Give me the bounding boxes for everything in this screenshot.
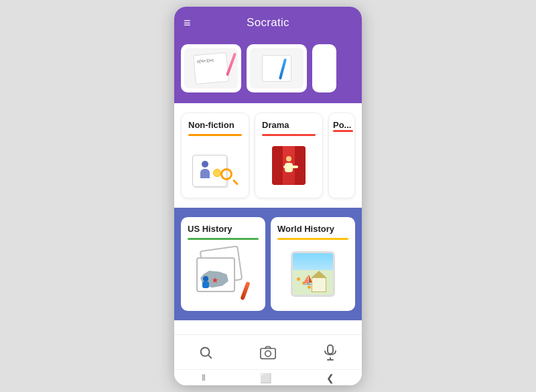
drama-book	[272, 146, 306, 185]
math-card-inner	[184, 48, 238, 88]
drama-curtain-left	[272, 146, 283, 185]
world-history-illustration: ⛵	[286, 248, 340, 300]
pen-icon	[240, 281, 250, 300]
nonfiction-title: Non-fiction	[188, 120, 242, 130]
us-history-card[interactable]: US History	[181, 217, 265, 311]
wh-boat-icon: ⛵	[302, 275, 314, 285]
app-title: Socratic	[247, 16, 289, 29]
writing-card-inner	[250, 48, 304, 88]
writing-card[interactable]	[247, 44, 307, 92]
us-history-underline	[188, 238, 259, 240]
writing-card-image	[247, 44, 307, 92]
system-bar: ⦀ ⬜ ❮	[174, 369, 362, 385]
doc-body	[200, 169, 210, 178]
world-history-title: World History	[277, 224, 348, 234]
world-history-image: ⛵	[277, 247, 348, 302]
doc-person	[198, 161, 212, 178]
search-nav-button[interactable]	[194, 340, 218, 365]
menu-icon[interactable]: ≡	[184, 16, 191, 30]
magnify-circle	[220, 168, 232, 180]
poetry-underline	[333, 130, 353, 132]
drama-title: Drama	[262, 120, 316, 130]
blue-fig-head	[203, 276, 208, 281]
magnify-handle	[232, 179, 239, 185]
blue-pencil-icon	[279, 58, 287, 80]
world-history-underline	[277, 238, 348, 240]
nonfiction-illustration	[192, 144, 238, 187]
math-card-image	[181, 44, 241, 92]
history-cards-row: US History	[181, 217, 355, 311]
drama-illustration	[268, 144, 310, 187]
history-section: US History	[174, 208, 362, 320]
drama-head	[286, 156, 291, 161]
wh-dot-1	[297, 277, 300, 281]
world-history-card[interactable]: World History	[271, 217, 355, 311]
us-history-illustration	[196, 248, 250, 300]
blue-fig-body	[202, 281, 209, 288]
svg-rect-2	[261, 348, 275, 358]
wh-photo-frame: ⛵	[291, 251, 335, 297]
math-paper	[193, 52, 229, 84]
blue-figure	[202, 276, 210, 288]
home-button[interactable]: ⬜	[260, 373, 271, 383]
drama-card[interactable]: Drama	[255, 113, 323, 198]
back-button[interactable]: ❮	[326, 373, 334, 383]
us-history-title: US History	[188, 224, 259, 234]
writing-paper	[262, 55, 291, 82]
book-cards-row: Non-fiction	[181, 113, 355, 198]
poetry-card-partial[interactable]: Po...	[328, 113, 355, 198]
drama-arms	[283, 166, 298, 168]
nonfiction-image	[188, 143, 242, 188]
drama-underline	[262, 134, 316, 136]
magnify-icon	[220, 168, 238, 186]
math-card[interactable]	[181, 44, 241, 92]
book-categories-section: Non-fiction	[174, 103, 362, 208]
wh-dot-3	[308, 285, 311, 289]
recents-button[interactable]: ⦀	[202, 372, 206, 383]
drama-figure	[283, 156, 294, 175]
mic-nav-button[interactable]	[318, 340, 342, 365]
camera-nav-button[interactable]	[256, 340, 280, 365]
top-cards-row	[181, 44, 355, 92]
top-section	[174, 39, 362, 103]
nonfiction-underline	[188, 134, 242, 136]
drama-image	[262, 143, 316, 188]
wh-building-roof	[312, 271, 326, 277]
phone-shell: ≡ Socratic	[174, 7, 362, 385]
photo-frame-front	[196, 257, 235, 292]
doc-head	[202, 161, 208, 168]
svg-point-3	[265, 350, 271, 356]
content-area: Non-fiction	[174, 39, 362, 334]
third-top-card[interactable]	[312, 44, 336, 92]
poetry-title-partial: Po...	[333, 120, 350, 130]
nonfiction-card[interactable]: Non-fiction	[181, 113, 249, 198]
us-history-image	[188, 247, 259, 302]
bottom-nav	[174, 334, 362, 369]
app-header: ≡ Socratic	[174, 7, 362, 39]
svg-rect-4	[328, 345, 333, 354]
svg-line-1	[208, 355, 211, 358]
